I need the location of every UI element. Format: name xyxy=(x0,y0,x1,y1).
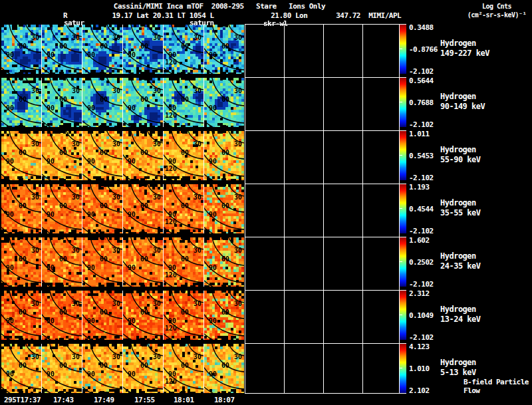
colorbar-min-value: -2.102 xyxy=(409,120,434,129)
colorbar-max-value: 4.123 xyxy=(409,342,430,351)
overlay-label-skr-wl: skr-wl xyxy=(263,19,288,28)
heatmap-panel-strip xyxy=(1,237,245,287)
energy-row-90-149: 0.5644 0.7688 -2.102 Hydrogen 90-149 keV xyxy=(0,78,532,127)
colorbar-mid-value: -0.8766 xyxy=(409,45,438,54)
colorbar-units-label: Log Cnts (cm²-sr-s-keV)⁻¹ xyxy=(463,2,531,19)
time-tick-label: 18:07 xyxy=(214,396,235,404)
mimi-inca-display: Cassini/MIMI Inca mTOF 2008-295 Stare Io… xyxy=(0,0,532,405)
time-tick-label: 17:49 xyxy=(94,396,114,404)
heatmap-panel-strip xyxy=(1,78,245,127)
heatmap-panel-strip xyxy=(1,131,245,180)
species-label: Hydrogen xyxy=(440,92,476,101)
energy-range-label: 90-149 keV xyxy=(440,102,485,111)
energy-row-13-24: 2.312 0.1049 -2.102 Hydrogen 13-24 keV xyxy=(0,291,532,340)
colorbar xyxy=(400,131,406,180)
colorbar-tick xyxy=(400,315,402,315)
colorbar xyxy=(400,25,406,74)
colorbar-mid-value: 0.2502 xyxy=(409,258,434,267)
bfield-particle-flow-label: B-field Particle Flow xyxy=(464,378,532,395)
colorbar xyxy=(400,78,406,127)
species-label: Hydrogen xyxy=(440,358,476,367)
energy-row-35-55: 1.193 0.4544 -2.102 Hydrogen 35-55 keV xyxy=(0,184,532,233)
colorbar-min-value: -2.102 xyxy=(409,67,434,76)
energy-range-label: 5-13 keV xyxy=(440,368,476,377)
colorbar xyxy=(400,344,406,393)
colorbar-mid-value: 0.7688 xyxy=(409,98,434,107)
heatmap-panel-strip xyxy=(1,184,245,233)
colorbar-tick xyxy=(400,102,402,102)
colorbar-tick xyxy=(400,49,402,49)
plot-title: Cassini/MIMI Inca mTOF 2008-295 Stare Io… xyxy=(86,2,352,11)
units-line1: Log Cnts xyxy=(463,2,531,11)
energy-row-55-90: 1.011 0.5453 -2.102 Hydrogen 55-90 keV xyxy=(0,131,532,180)
colorbar-max-value: 2.312 xyxy=(409,289,430,298)
colorbar-mid-value: 1.010 xyxy=(409,364,430,373)
colorbar xyxy=(400,291,406,340)
heatmap-panel-strip xyxy=(1,25,245,74)
colorbar-max-value: 0.3488 xyxy=(409,23,434,32)
species-label: Hydrogen xyxy=(440,39,476,48)
colorbar xyxy=(400,237,406,287)
species-label: Hydrogen xyxy=(440,251,476,261)
colorbar-mid-value: 0.5453 xyxy=(409,152,434,160)
energy-range-label: 149-227 keV xyxy=(440,49,489,58)
colorbar-min-value: -2.102 xyxy=(409,227,434,235)
species-label: Hydrogen xyxy=(440,305,476,314)
energy-range-label: 55-90 keV xyxy=(440,155,481,164)
overlay-label-saturn-1: satur xyxy=(64,19,84,27)
overlay-label-saturn-2: saturn xyxy=(190,19,214,27)
time-axis: 295T17:37 17:43 17:49 17:55 18:01 18:07 xyxy=(0,396,532,405)
colorbar-max-value: 1.011 xyxy=(409,130,430,138)
colorbar-tick xyxy=(400,368,402,368)
colorbar-max-value: 1.602 xyxy=(409,236,430,245)
energy-row-5-13: 4.123 1.010 2.102 Hydrogen 5-13 keV B-fi… xyxy=(0,344,532,393)
colorbar-max-value: 1.193 xyxy=(409,183,430,192)
ephemeris-line: R 19.17 Lat 20.31 LT 1054 L 21.80 Lon 34… xyxy=(63,11,401,20)
energy-range-label: 24-35 keV xyxy=(440,261,481,271)
species-label: Hydrogen xyxy=(440,145,476,154)
energy-row-24-35: 1.602 0.2502 -2.102 Hydrogen 24-35 keV xyxy=(0,237,532,287)
colorbar-min-value: -2.102 xyxy=(409,174,434,182)
colorbar-min-value: 2.102 xyxy=(409,386,430,395)
time-tick-label: 295T17:37 xyxy=(4,396,41,404)
colorbar-tick xyxy=(400,155,402,156)
colorbar-max-value: 0.5644 xyxy=(409,76,434,85)
colorbar-min-value: -2.102 xyxy=(409,280,434,289)
colorbar-mid-value: 0.4544 xyxy=(409,205,434,213)
time-tick-label: 17:43 xyxy=(53,396,74,404)
colorbar xyxy=(400,184,406,233)
heatmap-panel-strip xyxy=(1,344,245,393)
grid-line-horizontal xyxy=(245,393,406,394)
heatmap-panel-strip xyxy=(1,291,245,340)
energy-range-label: 35-55 keV xyxy=(440,208,481,217)
units-line2: (cm²-sr-s-keV)⁻¹ xyxy=(463,11,531,19)
time-tick-label: 18:01 xyxy=(174,396,194,404)
energy-row-149-227: 0.3488 -0.8766 -2.102 Hydrogen 149-227 k… xyxy=(0,25,532,74)
colorbar-tick xyxy=(400,208,402,209)
colorbar-mid-value: 0.1049 xyxy=(409,311,434,320)
colorbar-tick xyxy=(400,261,402,262)
time-tick-label: 17:55 xyxy=(134,396,155,404)
colorbar-min-value: -2.102 xyxy=(409,333,434,342)
species-label: Hydrogen xyxy=(440,198,476,207)
energy-range-label: 13-24 keV xyxy=(440,315,481,324)
